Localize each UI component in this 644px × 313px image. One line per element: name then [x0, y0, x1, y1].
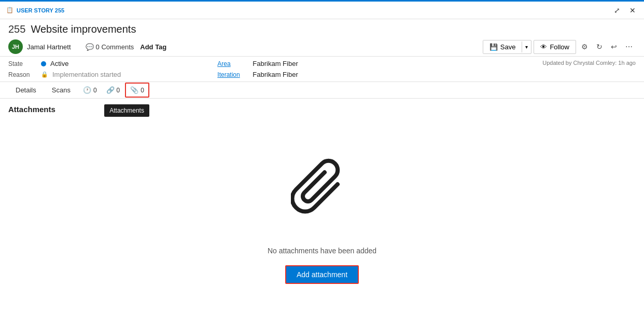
tab-details[interactable]: Details [8, 82, 44, 98]
history-count: 0 [93, 87, 97, 94]
title-bar-actions: ⤢ ✕ [612, 5, 638, 16]
tab-history[interactable]: 🕐 0 [79, 83, 101, 97]
follow-button[interactable]: 👁 Follow [534, 40, 576, 54]
reason-label: Reason [8, 71, 37, 78]
state-dot [41, 61, 46, 66]
reason-field: Reason 🔒 Implementation started [8, 71, 217, 78]
empty-text: No attachments have been added [268, 247, 376, 255]
tab-links[interactable]: 🔗 0 [102, 83, 124, 97]
save-button[interactable]: 💾 Save [483, 40, 522, 53]
undo-button[interactable]: ↩ [608, 40, 620, 53]
refresh-button[interactable]: ↻ [593, 40, 606, 53]
iteration-label[interactable]: Iteration [217, 71, 248, 78]
save-icon: 💾 [489, 43, 498, 51]
toolbar-right: 💾 Save ▾ 👁 Follow ⚙ ↻ ↩ ⋯ [483, 40, 636, 54]
tab-scans[interactable]: Scans [45, 82, 78, 98]
page-container: 📋 USER STORY 255 ⤢ ✕ 255 Website improve… [0, 0, 644, 313]
story-number: 255 [8, 23, 25, 35]
area-field: Area Fabrikam Fiber [217, 60, 426, 67]
state-label: State [8, 60, 37, 67]
add-tag-button[interactable]: Add Tag [138, 42, 169, 52]
attachment-tab-wrapper: 📎 0 Attachments [125, 83, 149, 98]
attachments-count: 0 [141, 87, 144, 94]
empty-state: No attachments have been added Add attac… [0, 116, 644, 313]
state-field: State Active [8, 60, 217, 67]
meta-far-right: Updated by Chrystal Comley: 1h ago [427, 60, 636, 66]
add-attachment-button[interactable]: Add attachment [285, 265, 359, 284]
iteration-field: Iteration Fabrikam Fiber [217, 71, 426, 78]
title-bar-left: 📋 USER STORY 255 [6, 7, 64, 13]
history-icon: 🕐 [83, 86, 91, 94]
state-value: Active [50, 60, 68, 67]
avatar: JH [8, 39, 23, 54]
more-options-button[interactable]: ⋯ [622, 40, 636, 53]
comments-count: 0 Comments [96, 43, 134, 51]
tab-attachments[interactable]: 📎 0 [125, 83, 149, 98]
paperclip-large-icon [291, 156, 353, 236]
toolbar-row: JH Jamal Hartnett 💬 0 Comments Add Tag 💾… [0, 37, 644, 57]
save-dropdown-button[interactable]: ▾ [522, 42, 531, 52]
iteration-value: Fabrikam Fiber [253, 71, 298, 78]
collapse-button[interactable]: ⤢ [612, 5, 622, 16]
tabs-row: Details Scans 🕐 0 🔗 0 📎 0 Attachments [0, 82, 644, 99]
main-title-row: 255 Website improvements [0, 19, 644, 37]
settings-button[interactable]: ⚙ [578, 40, 591, 53]
meta-row: State Active Reason 🔒 Implementation sta… [0, 57, 644, 82]
attachment-icon: 📎 [130, 86, 138, 94]
work-item-icon: 📋 [6, 7, 13, 13]
attachments-tooltip: Attachments [104, 104, 149, 117]
eye-icon: 👁 [540, 43, 547, 51]
comments-link[interactable]: 💬 0 Comments [86, 43, 134, 51]
title-bar-label: USER STORY 255 [17, 7, 64, 13]
close-button[interactable]: ✕ [627, 5, 638, 16]
area-value: Fabrikam Fiber [253, 60, 298, 67]
toolbar-left: JH Jamal Hartnett 💬 0 Comments Add Tag [8, 39, 169, 54]
comment-icon: 💬 [86, 43, 94, 51]
link-icon: 🔗 [106, 86, 115, 94]
links-count: 0 [117, 87, 120, 94]
attachments-header: Attachments [0, 99, 644, 116]
updated-text: Updated by Chrystal Comley: 1h ago [542, 60, 636, 66]
title-bar: 📋 USER STORY 255 ⤢ ✕ [0, 2, 644, 19]
lock-icon: 🔒 [41, 71, 48, 78]
reason-value: Implementation started [52, 71, 121, 78]
story-title: Website improvements [31, 23, 136, 35]
area-label[interactable]: Area [217, 60, 248, 67]
meta-left: State Active Reason 🔒 Implementation sta… [8, 60, 217, 78]
save-button-group: 💾 Save ▾ [483, 40, 532, 54]
author-name: Jamal Hartnett [27, 43, 71, 51]
meta-right-fields: Area Fabrikam Fiber Iteration Fabrikam F… [217, 60, 426, 78]
